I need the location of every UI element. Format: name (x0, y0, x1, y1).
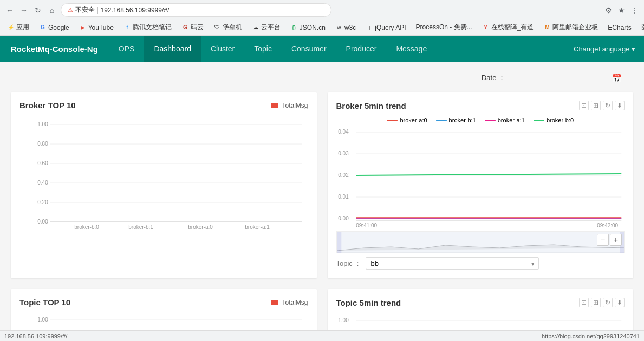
broker-5min-title: Broker 5min trend (336, 101, 406, 110)
date-label: Date ： (482, 73, 505, 83)
topic-5min-download-btn[interactable]: ⬇ (615, 298, 625, 307)
topic-5min-expand-btn[interactable]: ⊞ (591, 298, 601, 307)
bookmark-youtube[interactable]: ▶ YouTube (76, 23, 116, 32)
svg-text:1.00: 1.00 (37, 317, 48, 323)
broker-top10-legend-label: TotalMsg (282, 102, 308, 109)
url-text: 不安全 | (75, 5, 98, 15)
jquery-icon: j (366, 24, 373, 31)
nav-consumer[interactable]: Consumer (282, 36, 336, 62)
bookmark-youdao[interactable]: Y 在线翻译_有道 (479, 22, 537, 33)
menu-button[interactable]: ⋮ (629, 5, 640, 16)
broker-5min-legend-b0: broker-b:0 (534, 117, 574, 123)
bookmark-fortress[interactable]: 🛡 堡垒机 (211, 22, 245, 33)
broker-top10-title: Broker TOP 10 (19, 101, 76, 110)
nav-cluster[interactable]: Cluster (201, 36, 244, 62)
refresh-button[interactable]: ↻ (32, 5, 43, 16)
broker-5min-fullscreen-btn[interactable]: ⊡ (579, 101, 589, 110)
bookmark-echarts[interactable]: ECharts (605, 23, 634, 32)
broker-5min-download-btn[interactable]: ⬇ (615, 101, 625, 110)
extensions-button[interactable]: ⚙ (603, 5, 614, 16)
app-nav: RocketMq-Console-Ng OPS Dashboard Cluste… (0, 36, 644, 62)
bookmark-apps[interactable]: ⚡ 应用 (4, 22, 32, 33)
broker-top10-legend: TotalMsg (271, 102, 308, 109)
browser-toolbar: ← → ↻ ⌂ ⚠ 不安全 | 192.168.56.109:9999/#/ ⚙… (0, 0, 644, 20)
svg-text:0.80: 0.80 (37, 141, 48, 147)
calendar-icon[interactable]: 📅 (612, 73, 622, 83)
broker-5min-legend-b1: broker-b:1 (436, 117, 476, 123)
svg-text:0.03: 0.03 (338, 150, 349, 156)
bookmark-jquery[interactable]: j jQuery API (363, 23, 408, 32)
topic-top10-header: Topic TOP 10 TotalMsg (19, 298, 308, 307)
gitee-icon: G (181, 24, 189, 31)
bookmark-cloud[interactable]: ☁ 云平台 (249, 22, 283, 33)
bookmark-gitee[interactable]: G 码云 (179, 22, 206, 33)
broker-5min-expand-btn[interactable]: ⊞ (591, 101, 601, 110)
google-icon: G (39, 24, 47, 31)
legend-line-a1 (485, 120, 496, 121)
zoom-controls: − + (597, 234, 622, 246)
nav-producer[interactable]: Producer (336, 36, 387, 62)
legend-line-a0 (387, 120, 398, 121)
back-button[interactable]: ← (4, 5, 15, 16)
bookmark-tencent[interactable]: f 腾讯文档笔记 (121, 22, 174, 33)
broker-5min-legend: broker-a:0 broker-b:1 broker-a:1 broker-… (336, 117, 625, 123)
date-input[interactable] (510, 73, 607, 83)
bookmark-button[interactable]: ★ (616, 5, 627, 16)
bookmark-processon[interactable]: ProcessOn - 免费... (413, 22, 475, 33)
nav-ops[interactable]: OPS (109, 36, 145, 62)
main-content: Date ： 📅 Broker TOP 10 TotalMsg 1.00 0.8… (0, 62, 644, 341)
zoom-out-button[interactable]: − (597, 234, 609, 246)
address-bar[interactable]: ⚠ 不安全 | 192.168.56.109:9999/#/ (61, 3, 331, 17)
topic-row: Topic ： bb (336, 257, 625, 270)
svg-text:0.00: 0.00 (37, 219, 48, 225)
broker-top10-header: Broker TOP 10 TotalMsg (19, 101, 308, 110)
svg-text:09:41:00: 09:41:00 (356, 222, 377, 228)
topic-5min-header: Topic 5min trend ⊡ ⊞ ↻ ⬇ (336, 298, 625, 307)
w3c-icon: w (335, 24, 343, 31)
topic-5min-fullscreen-btn[interactable]: ⊡ (579, 298, 589, 307)
legend-line-b0 (534, 120, 544, 121)
change-language-button[interactable]: ChangeLanguage ▾ (565, 36, 644, 62)
bookmark-json[interactable]: {} JSON.cn (288, 23, 328, 32)
bookmark-aliyun[interactable]: M 阿里邮箱企业板 (541, 22, 601, 33)
bookmark-base64[interactable]: 图片Base64 (639, 22, 644, 33)
tencent-icon: f (123, 24, 131, 31)
broker-5min-navigator: − + (336, 231, 625, 253)
forward-button[interactable]: → (18, 5, 29, 16)
nav-topic[interactable]: Topic (244, 36, 282, 62)
svg-text:0.01: 0.01 (338, 194, 349, 200)
broker-5min-refresh-btn[interactable]: ↻ (603, 101, 613, 110)
broker-5min-panel: Broker 5min trend ⊡ ⊞ ↻ ⬇ broker-a:0 bro… (328, 92, 634, 278)
nav-message[interactable]: Message (386, 36, 437, 62)
status-bar: 192.168.56.109:9999/#/ https://blog.csdn… (0, 330, 644, 341)
bookmark-w3c[interactable]: w w3c (333, 23, 359, 32)
svg-text:broker-a:0: broker-a:0 (188, 224, 213, 230)
broker-5min-chart: 0.04 0.03 0.02 0.01 0.00 (336, 126, 625, 231)
apps-icon: ⚡ (7, 24, 15, 31)
charts-grid: Broker TOP 10 TotalMsg 1.00 0.80 0.60 0.… (11, 92, 633, 341)
status-bar-url: 192.168.56.109:9999/#/ (4, 333, 67, 339)
zoom-in-button[interactable]: + (610, 234, 622, 246)
topic-top10-title: Topic TOP 10 (19, 298, 70, 307)
topic-5min-refresh-btn[interactable]: ↻ (603, 298, 613, 307)
broker-5min-actions: ⊡ ⊞ ↻ ⬇ (579, 101, 625, 110)
bookmarks-bar: ⚡ 应用 G Google ▶ YouTube f 腾讯文档笔记 G 码云 🛡 … (0, 20, 644, 35)
bookmark-google[interactable]: G Google (36, 23, 72, 32)
url-value: 192.168.56.109:9999/#/ (100, 6, 169, 14)
youdao-icon: Y (482, 24, 490, 31)
svg-text:0.40: 0.40 (37, 180, 48, 186)
topic-top10-legend-label: TotalMsg (282, 299, 308, 306)
date-row: Date ： 📅 (11, 73, 633, 83)
svg-text:broker-b:0: broker-b:0 (74, 224, 99, 230)
nav-dashboard[interactable]: Dashboard (144, 36, 201, 62)
app-brand: RocketMq-Console-Ng (0, 44, 109, 54)
home-button[interactable]: ⌂ (47, 5, 57, 16)
security-icon: ⚠ (68, 6, 73, 14)
broker-top10-legend-dot (271, 103, 278, 108)
bookmark-youtube-label: YouTube (88, 24, 114, 31)
broker-top10-panel: Broker TOP 10 TotalMsg 1.00 0.80 0.60 0.… (11, 92, 317, 278)
topic-select[interactable]: bb (366, 257, 539, 270)
svg-text:09:42:00: 09:42:00 (597, 222, 618, 228)
svg-text:0.00: 0.00 (338, 215, 349, 221)
svg-text:broker-b:1: broker-b:1 (128, 224, 153, 230)
